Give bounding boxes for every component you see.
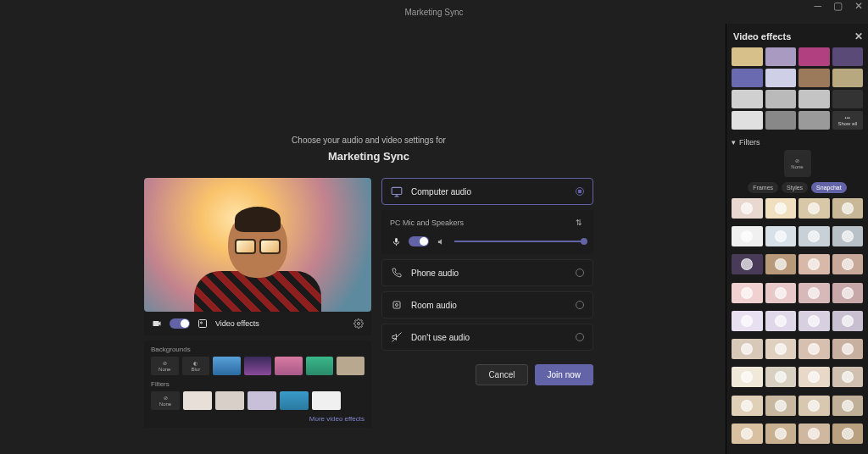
filter-tile[interactable] (832, 424, 864, 444)
filter-tile[interactable] (798, 283, 830, 303)
join-now-button[interactable]: Join now (535, 364, 593, 385)
bg-thumb[interactable] (275, 357, 303, 375)
mic-toggle[interactable] (409, 236, 429, 246)
camera-toggle[interactable] (170, 318, 190, 329)
filter-tile[interactable] (798, 226, 830, 246)
speaker-icon (436, 235, 448, 247)
filter-thumb[interactable] (312, 391, 341, 410)
bg-thumb[interactable] (244, 357, 272, 375)
filter-tile[interactable] (732, 367, 763, 387)
volume-slider[interactable] (454, 241, 585, 242)
bg-tile[interactable] (798, 69, 830, 87)
filter-tile[interactable] (832, 396, 864, 416)
filter-tile[interactable] (765, 311, 797, 331)
filter-tile[interactable] (765, 254, 797, 274)
bg-tile[interactable] (798, 111, 830, 130)
maximize-button[interactable]: ▢ (833, 0, 843, 12)
filter-tile[interactable] (798, 424, 830, 444)
minimize-button[interactable]: ─ (814, 0, 821, 12)
chevron-down-icon[interactable]: ▾ (732, 138, 736, 147)
filter-tile[interactable] (765, 396, 797, 416)
bg-tile[interactable] (832, 69, 864, 87)
bg-tile[interactable] (765, 69, 797, 87)
backgrounds-row: ⊘None ◐Blur (151, 357, 364, 375)
filter-tile[interactable] (732, 396, 763, 416)
bg-thumb[interactable] (337, 357, 364, 375)
phone-icon (391, 267, 403, 279)
audio-computer-label: Computer audio (411, 187, 471, 197)
filter-tile[interactable] (765, 424, 797, 444)
bg-thumb[interactable] (213, 357, 241, 375)
bg-tile[interactable] (832, 90, 864, 108)
main-area: Choose your audio and video settings for… (0, 24, 726, 454)
filter-tile[interactable] (765, 283, 797, 303)
filter-tile[interactable] (732, 339, 763, 359)
filter-tile[interactable] (832, 339, 864, 359)
tab-frames[interactable]: Frames (748, 182, 778, 193)
tab-snapchat[interactable]: Snapchat (811, 182, 847, 193)
filter-tile[interactable] (832, 283, 864, 303)
filter-tile[interactable] (798, 339, 830, 359)
close-button[interactable]: ✕ (854, 0, 863, 12)
filter-tile[interactable] (798, 396, 830, 416)
filter-tile[interactable] (765, 339, 797, 359)
filter-tile[interactable] (832, 367, 864, 387)
settings-gear-icon[interactable] (353, 318, 364, 329)
video-effects-button[interactable]: Video effects (215, 319, 259, 328)
bg-tile[interactable] (798, 47, 830, 66)
filter-tile[interactable] (732, 226, 763, 246)
svg-point-2 (358, 323, 360, 325)
filter-tile[interactable] (832, 254, 864, 274)
bg-tile[interactable] (732, 111, 763, 130)
bg-tile[interactable] (765, 90, 797, 108)
no-audio-icon (391, 331, 403, 343)
bg-tile[interactable] (798, 90, 830, 108)
filter-tile[interactable] (732, 198, 763, 219)
filter-thumb[interactable] (280, 391, 309, 410)
svg-point-1 (201, 322, 203, 324)
filter-none-tile[interactable]: ⊘ None (784, 150, 811, 177)
bg-blur[interactable]: ◐Blur (182, 357, 210, 375)
filter-tile[interactable] (732, 311, 763, 331)
bg-tile[interactable] (732, 47, 763, 66)
bg-thumb[interactable] (306, 357, 334, 375)
filter-thumb[interactable] (248, 391, 276, 410)
filter-thumb[interactable] (215, 391, 244, 410)
filter-tile[interactable] (765, 226, 797, 246)
backgrounds-heading: Backgrounds (151, 346, 364, 353)
bg-tile[interactable] (765, 111, 797, 130)
filter-tile[interactable] (798, 367, 830, 387)
camera-icon (151, 318, 163, 329)
filter-tile[interactable] (832, 311, 864, 331)
close-panel-icon[interactable]: ✕ (854, 30, 863, 42)
filter-tile[interactable] (765, 198, 797, 219)
filter-tile[interactable] (832, 198, 864, 219)
filter-tile[interactable] (832, 226, 864, 246)
filter-tile[interactable] (798, 198, 830, 219)
audio-option-room[interactable]: Room audio (381, 291, 593, 318)
filter-tile[interactable] (798, 254, 830, 274)
bg-show-all[interactable]: •••Show all (832, 111, 864, 130)
more-video-effects-link[interactable]: More video effects (151, 415, 364, 423)
filter-tile[interactable] (765, 367, 797, 387)
audio-option-none[interactable]: Don't use audio (381, 324, 593, 351)
bg-tile[interactable] (832, 47, 864, 66)
bg-tile[interactable] (765, 47, 797, 66)
filter-tile[interactable] (732, 424, 763, 444)
bg-none[interactable]: ⊘None (151, 357, 179, 375)
window-title: Marketing Sync (405, 8, 464, 17)
bg-tile[interactable] (732, 90, 763, 108)
filter-thumb[interactable] (183, 391, 212, 410)
audio-room-label: Room audio (411, 301, 457, 310)
filter-tile[interactable] (732, 254, 763, 274)
audio-option-computer[interactable]: Computer audio (381, 178, 593, 205)
filter-none[interactable]: ⊘None (151, 391, 180, 410)
device-settings-icon[interactable]: ⇅ (573, 217, 585, 229)
filter-tile[interactable] (798, 311, 830, 331)
tab-styles[interactable]: Styles (782, 182, 808, 193)
filter-tile[interactable] (732, 283, 763, 303)
bg-tile[interactable] (732, 69, 763, 87)
audio-none-label: Don't use audio (411, 333, 470, 342)
cancel-button[interactable]: Cancel (476, 364, 527, 385)
audio-option-phone[interactable]: Phone audio (381, 259, 593, 286)
